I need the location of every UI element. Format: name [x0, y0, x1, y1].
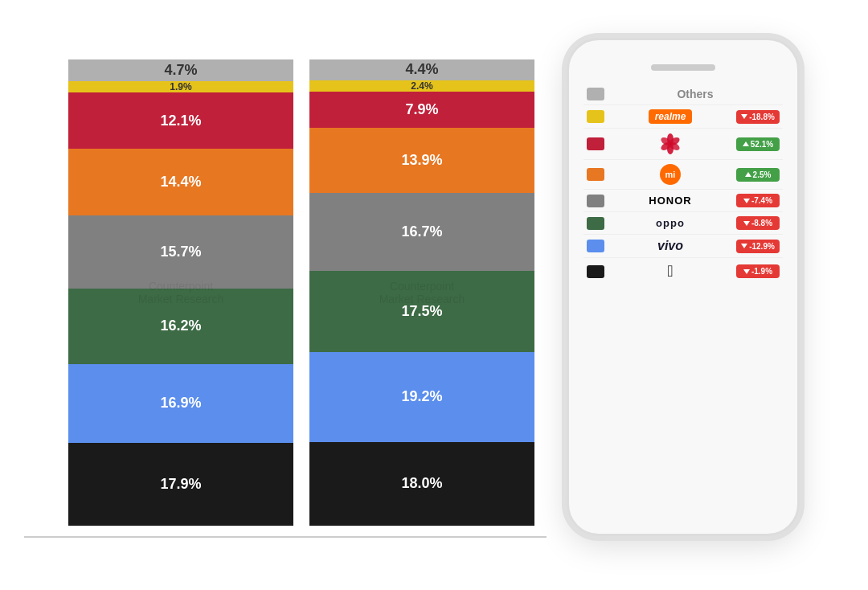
bar-segment: 2.4% [309, 80, 534, 92]
brand-logo-oppo: oppo [611, 217, 730, 229]
legend-item-apple: -1.9% [583, 258, 783, 285]
legend-item-vivo: vivo-12.9% [583, 235, 783, 258]
bar-segment: 1.9% [68, 81, 293, 92]
main-container: 4.7%1.9%12.1%14.4%15.7%16.2%16.9%17.9%Co… [0, 0, 868, 590]
legend-item-oppo: oppo-8.8% [583, 212, 783, 235]
change-badge: -8.8% [736, 216, 780, 230]
brand-logo-others: Others [611, 88, 780, 100]
change-value: 52.1% [751, 140, 773, 149]
brand-logo-xiaomi: mi [611, 164, 730, 185]
legend-item-xiaomi: mi2.5% [583, 160, 783, 190]
triangle-up-icon [743, 141, 749, 146]
change-value: -7.4% [751, 196, 772, 205]
color-swatch [587, 88, 604, 100]
brand-logo-vivo: vivo [611, 239, 730, 253]
bar-segment: 4.4% [309, 59, 534, 80]
bar-segment: 16.9% [68, 364, 293, 443]
brand-logo-realme: realme [611, 109, 730, 124]
triangle-down-icon [741, 114, 747, 119]
change-badge: -12.9% [736, 240, 780, 253]
brand-text:  [667, 262, 673, 281]
legend-item-realme: realme-18.8% [583, 105, 783, 129]
brand-text: oppo [656, 217, 685, 229]
bar-segment: 17.9% [68, 443, 293, 526]
change-badge: -18.8% [736, 110, 780, 124]
baseline [24, 536, 547, 538]
phone-notch [651, 64, 715, 71]
change-badge: -7.4% [736, 194, 780, 207]
change-value: -18.8% [749, 113, 775, 121]
bar-segment: 16.2% [68, 289, 293, 364]
bar-segment: 16.7% [309, 193, 534, 271]
bar-segment: 17.5% [309, 271, 534, 352]
bar-segment: 13.9% [309, 128, 534, 193]
triangle-down-icon [743, 269, 750, 274]
brand-logo-honor: HONOR [611, 195, 730, 207]
change-value: -8.8% [751, 219, 772, 227]
color-swatch [587, 110, 604, 123]
legend-list: Othersrealme-18.8% 52.1%mi2.5%HONOR-7.4%… [583, 84, 783, 518]
bar-chart-2: 4.4%2.4%7.9%13.9%16.7%17.5%19.2%18.0%Cou… [309, 59, 534, 526]
change-value: -1.9% [751, 267, 772, 276]
triangle-up-icon [745, 172, 751, 177]
legend-item-huawei: 52.1% [583, 129, 783, 160]
change-value: -12.9% [749, 242, 775, 251]
bar-segment: 4.7% [68, 59, 293, 81]
brand-logo-huawei [611, 133, 730, 155]
brand-text [659, 133, 682, 155]
brand-text: realme [649, 109, 693, 124]
triangle-down-icon [743, 221, 750, 226]
triangle-down-icon [743, 199, 750, 203]
color-swatch [587, 168, 604, 181]
bar-segment: 14.4% [68, 149, 293, 215]
brand-text: vivo [657, 239, 683, 253]
legend-item-honor: HONOR-7.4% [583, 190, 783, 212]
bar-segment: 12.1% [68, 92, 293, 149]
legend-item-others: Others [583, 84, 783, 105]
color-swatch [587, 137, 604, 150]
change-badge: -1.9% [736, 264, 780, 278]
bar-segment: 19.2% [309, 352, 534, 441]
bar-segment: 18.0% [309, 442, 534, 526]
phone-mockup: Othersrealme-18.8% 52.1%mi2.5%HONOR-7.4%… [567, 38, 800, 536]
bar-segment: 7.9% [309, 92, 534, 129]
color-swatch [587, 217, 604, 230]
brand-text: Others [677, 88, 713, 100]
change-badge: 52.1% [736, 137, 780, 151]
brand-text: HONOR [649, 195, 691, 207]
color-swatch [587, 240, 604, 252]
color-swatch [587, 195, 604, 207]
change-badge: 2.5% [736, 168, 780, 182]
color-swatch [587, 265, 604, 278]
bar-segment: 15.7% [68, 215, 293, 289]
change-value: 2.5% [753, 170, 772, 179]
brand-logo-apple:  [611, 262, 730, 281]
triangle-down-icon [741, 244, 747, 248]
brand-text: mi [660, 164, 681, 185]
bar-chart-1: 4.7%1.9%12.1%14.4%15.7%16.2%16.9%17.9%Co… [68, 59, 293, 526]
